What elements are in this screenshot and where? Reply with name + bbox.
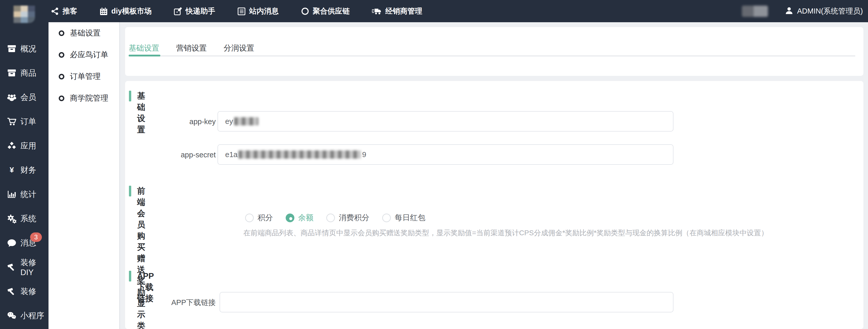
sidebar-item-label: 装修DIY	[21, 257, 49, 277]
app-secret-input[interactable]: e1a9	[218, 144, 674, 165]
nav-item-dealer-management[interactable]: 经销商管理	[372, 6, 422, 16]
nav-item-express-helper[interactable]: 快递助手	[174, 6, 215, 16]
archive-icon	[7, 44, 17, 54]
app-secret-label: app-secret	[125, 150, 216, 160]
message-count-badge: 3	[30, 233, 42, 242]
sidebar-item-overview[interactable]: 概况	[0, 36, 49, 61]
sidebar-item-messages[interactable]: 消息 3	[0, 231, 49, 255]
nav-item-site-messages[interactable]: 站内消息	[237, 6, 279, 16]
section-accent-bar	[129, 271, 131, 281]
user-icon	[785, 6, 794, 16]
sidebar-item-members[interactable]: 会员	[0, 85, 49, 109]
radio-daily-redpacket[interactable]: 每日红包	[382, 212, 425, 223]
app-secret-value-prefix: e1a	[225, 150, 238, 159]
radio-consume-points[interactable]: 消费积分	[326, 212, 369, 223]
sidebar-item-label: 概况	[21, 43, 36, 54]
tab-marketing-settings[interactable]: 营销设置	[176, 40, 207, 56]
app-download-label: APP下载链接	[125, 298, 216, 307]
sidebar-item-orders[interactable]: 订单	[0, 109, 49, 133]
reward-help-text: 在前端商品列表、商品详情页中显示会员购买赠送奖励类型，显示奖励值=当前渠道预计C…	[243, 228, 768, 238]
settings-tabs: 基础设置 营销设置 分润设置	[129, 40, 254, 56]
svg-text:¥: ¥	[10, 166, 14, 174]
app-download-input[interactable]	[220, 292, 674, 312]
nav-item-label: 站内消息	[249, 6, 279, 16]
submenu-item-basic-settings[interactable]: 基础设置	[49, 22, 119, 44]
box-icon	[7, 68, 17, 78]
yen-icon: ¥	[7, 165, 17, 175]
nav-item-diy-market[interactable]: diy模板市场	[99, 6, 152, 16]
submenu-item-label: 商学院管理	[70, 93, 108, 103]
sidebar-item-mini-program[interactable]: 小程序	[0, 303, 49, 328]
sidebar-item-products[interactable]: 商品	[0, 61, 49, 85]
radio-icon	[382, 213, 391, 222]
sidebar-item-label: 应用	[21, 141, 36, 151]
app-logo[interactable]	[13, 6, 35, 23]
radio-icon	[245, 213, 254, 222]
sidebar-item-label: 财务	[21, 165, 36, 176]
submenu-item-label: 基础设置	[70, 28, 101, 38]
submenu-item-order-management[interactable]: 订单管理	[49, 66, 119, 87]
edit-icon	[174, 7, 182, 16]
app-key-input[interactable]: ey	[218, 111, 674, 131]
tab-profit-settings[interactable]: 分润设置	[224, 40, 254, 56]
submenu-item-business-school[interactable]: 商学院管理	[49, 87, 119, 109]
sidebar-item-decorate-diy[interactable]: 装修DIY	[0, 255, 49, 279]
circle-outline-icon	[59, 30, 64, 36]
user-menu[interactable]: ADMIN(系统管理员)	[797, 6, 863, 16]
sidebar-item-decorate[interactable]: 装修	[0, 279, 49, 303]
radio-points[interactable]: 积分	[245, 212, 273, 223]
app-key-value-prefix: ey	[225, 117, 233, 126]
gavel-icon	[7, 287, 17, 296]
secondary-sidebar: 基础设置 必应鸟订单 订单管理 商学院管理	[49, 22, 120, 329]
radio-selected-icon	[286, 213, 294, 222]
circle-outline-icon	[59, 95, 64, 101]
tabs-card: 基础设置 营销设置 分润设置	[125, 27, 863, 76]
sidebar-item-label: 商品	[21, 68, 36, 79]
radio-label: 余额	[298, 212, 313, 223]
cart-icon	[7, 117, 17, 126]
nav-item-label: diy模板市场	[111, 6, 152, 16]
submenu-item-bingniao-orders[interactable]: 必应鸟订单	[49, 44, 119, 66]
nav-item-promoter[interactable]: 推客	[51, 6, 78, 16]
radio-icon	[326, 213, 335, 222]
radio-label: 消费积分	[339, 212, 369, 223]
radio-label: 每日红包	[395, 212, 425, 223]
reward-type-radio-group: 积分 余额 消费积分 每日红包	[245, 212, 425, 223]
circle-icon	[301, 7, 309, 16]
app-secret-value-suffix: 9	[362, 150, 366, 159]
section-accent-bar	[129, 91, 131, 101]
sidebar-item-label: 会员	[21, 92, 36, 103]
sidebar-item-label: 系统	[21, 213, 36, 224]
sidebar-item-label: 装修	[21, 286, 36, 297]
sidebar-item-statistics[interactable]: 统计	[0, 182, 49, 206]
active-tab-underline	[129, 55, 160, 56]
nav-user-area: ADMIN(系统管理员)	[742, 0, 863, 22]
primary-sidebar: 概况 商品 会员 订单 应用 ¥ 财务 统计 系统	[0, 0, 49, 329]
nav-item-supply-chain[interactable]: 聚合供应链	[301, 6, 350, 16]
tab-track	[129, 55, 855, 56]
circle-outline-icon	[59, 52, 64, 58]
redacted-value-blur	[239, 150, 361, 159]
redacted-shop-name	[742, 6, 768, 17]
comment-icon	[7, 238, 17, 248]
sidebar-item-system[interactable]: 系统	[0, 206, 49, 231]
sidebar-item-finance[interactable]: ¥ 财务	[0, 158, 49, 182]
calendar-icon	[99, 7, 108, 16]
sidebar-item-applications[interactable]: 应用	[0, 133, 49, 158]
sidebar-item-label: 订单	[21, 116, 36, 127]
tab-basic-settings[interactable]: 基础设置	[129, 40, 159, 56]
nav-item-label: 推客	[63, 6, 78, 16]
top-nav-menu: 推客 diy模板市场 快递助手 站内消息 聚合供应链 经销商管理	[51, 6, 422, 16]
radio-balance[interactable]: 余额	[286, 212, 313, 223]
cubes-icon	[7, 141, 17, 151]
gavel-icon	[7, 262, 17, 272]
section-accent-bar	[129, 186, 131, 197]
section-title: 基础设置	[137, 90, 145, 135]
list-icon	[237, 7, 246, 16]
redacted-value-blur	[234, 117, 258, 125]
sidebar-item-label: 小程序	[21, 310, 44, 321]
sidebar-menu: 概况 商品 会员 订单 应用 ¥ 财务 统计 系统	[0, 36, 49, 328]
wechat-icon	[7, 311, 17, 321]
section-title: 前端会员购买赠送奖励显示类型	[137, 185, 145, 329]
chart-icon	[7, 189, 17, 199]
